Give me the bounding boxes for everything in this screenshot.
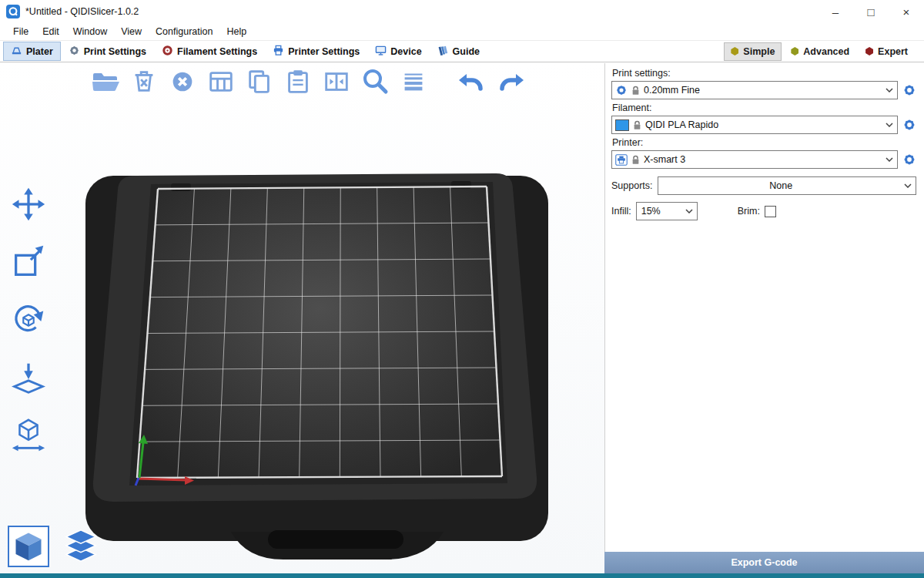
viewport-3d[interactable] [0,63,604,573]
tab-device[interactable]: Device [367,42,429,61]
gear-icon [69,45,80,59]
mode-simple-label: Simple [743,46,775,57]
menu-file[interactable]: File [6,25,35,39]
window-controls: – □ × [818,0,924,23]
brim-checkbox[interactable] [765,206,776,217]
tab-guide[interactable]: Guide [430,42,487,61]
window-title: *Untitled - QIDISlicer-1.0.2 [25,6,139,17]
tab-printer-settings-label: Printer Settings [288,46,360,57]
chevron-down-icon [883,157,896,162]
infill-combo[interactable]: 15% [636,202,698,220]
scale-button[interactable] [6,241,51,283]
filament-gear-button[interactable] [902,118,916,132]
lock-icon [631,155,640,165]
paste-button[interactable] [282,66,314,98]
delete-button[interactable] [128,66,160,98]
arrange-button[interactable] [205,66,237,98]
filament-spool-icon [162,45,173,59]
mode-expert-label: Expert [878,46,908,57]
redo-button[interactable] [494,66,527,98]
menu-window[interactable]: Window [66,25,114,39]
layers-view-icon [63,529,99,564]
paste-icon [283,67,313,96]
infill-value: 15% [641,206,679,217]
tabbar: Plater Print Settings Filament Settings … [0,40,924,62]
delete-all-button[interactable] [166,66,199,98]
search-button[interactable] [359,66,391,98]
variable-layer-height-icon [399,67,428,96]
redo-icon [495,66,526,97]
tab-print-settings[interactable]: Print Settings [61,42,154,61]
move-button[interactable] [6,183,51,225]
copy-button[interactable] [243,66,276,98]
place-on-face-icon [9,358,48,397]
lock-icon [633,120,641,130]
filament-label: Filament: [612,102,916,113]
gizmo-toolbar [6,183,51,456]
printer-icon [615,154,628,166]
supports-combo[interactable]: None [658,176,916,195]
mode-expert[interactable]: Expert [859,42,915,61]
copy-icon [245,67,274,96]
minimize-button[interactable]: – [818,0,853,23]
tab-plater-label: Plater [26,46,53,57]
split-objects-button[interactable] [320,66,353,98]
place-on-face-button[interactable] [6,357,51,398]
mode-simple[interactable]: Simple [724,42,782,61]
tab-filament-settings[interactable]: Filament Settings [154,42,265,61]
filament-combo[interactable]: QIDI PLA Rapido [611,116,898,134]
printer-label: Printer: [612,137,916,148]
printer-value: X-smart 3 [644,154,879,165]
book-icon [437,45,449,59]
tab-filament-settings-label: Filament Settings [177,46,257,57]
layers-view-button[interactable] [60,526,102,567]
supports-value: None [665,180,898,191]
undo-icon [457,66,487,97]
menubar: File Edit Window View Configuration Help [0,23,924,40]
arrange-icon [206,67,236,96]
split-objects-icon [322,67,351,96]
printer-gear-button[interactable] [902,153,916,166]
tab-guide-label: Guide [453,46,480,57]
rotate-button[interactable] [6,299,51,341]
app-logo-icon [6,5,20,18]
chevron-down-icon [683,209,695,213]
lock-icon [631,86,640,96]
maximize-button[interactable]: □ [853,0,889,23]
print-settings-gear-button[interactable] [902,83,916,97]
tab-plater[interactable]: Plater [3,42,61,61]
mode-switcher: Simple Advanced Expert [724,42,921,61]
mode-advanced[interactable]: Advanced [784,42,856,61]
print-settings-label: Print settings: [612,68,916,79]
print-bed [0,63,604,573]
simple-mode-hexagon-icon [731,47,738,55]
print-settings-combo[interactable]: 0.20mm Fine [611,81,898,99]
tab-print-settings-label: Print Settings [84,46,146,57]
chevron-down-icon [883,88,896,92]
variable-layer-height-button[interactable] [397,66,430,98]
tab-printer-settings[interactable]: Printer Settings [265,42,367,61]
menu-help[interactable]: Help [219,25,253,39]
open-file-button[interactable] [89,66,122,98]
delete-icon [129,67,159,96]
mode-advanced-label: Advanced [803,46,849,57]
printer-combo[interactable]: X-smart 3 [611,150,898,169]
export-gcode-button[interactable]: Export G-code [604,552,924,573]
search-icon [360,66,390,97]
open-folder-icon [90,66,121,97]
brim-label: Brim: [738,206,760,217]
close-button[interactable]: × [889,0,924,23]
titlebar: *Untitled - QIDISlicer-1.0.2 – □ × [0,0,924,23]
view-toolbar [8,526,102,567]
menu-view[interactable]: View [114,25,149,39]
plater-toolbar [89,66,527,98]
3d-view-button[interactable] [8,526,49,567]
measure-icon [9,416,48,455]
3d-view-icon [12,529,45,563]
measure-button[interactable] [6,415,51,456]
undo-button[interactable] [456,66,488,98]
menu-edit[interactable]: Edit [35,25,66,39]
infill-label: Infill: [611,206,631,217]
scale-icon [9,243,48,281]
menu-configuration[interactable]: Configuration [149,25,219,39]
